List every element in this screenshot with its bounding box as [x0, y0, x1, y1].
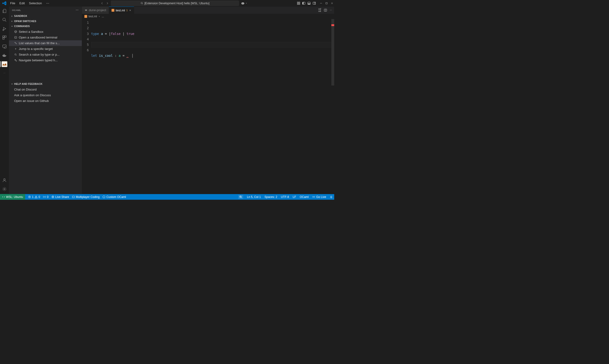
help-ask-discuss[interactable]: Ask a question on Discuss: [9, 92, 82, 98]
toggle-sidebar-icon[interactable]: [302, 1, 305, 5]
command-list-values-fill[interactable]: List values that can fill the s...: [9, 40, 82, 46]
command-open-sandboxed-terminal[interactable]: Open a sandboxed terminal: [9, 34, 82, 40]
svg-rect-17: [3, 36, 4, 38]
search-icon: [141, 2, 143, 4]
split-editor-icon[interactable]: [324, 9, 327, 12]
svg-point-26: [15, 59, 16, 60]
live-share-icon: [51, 195, 54, 198]
svg-rect-11: [308, 4, 310, 4]
toggle-secondary-sidebar-icon[interactable]: [313, 1, 316, 5]
search-box-label: [Extension Development Host] hello [WSL:…: [144, 1, 209, 5]
chevron-right-icon: [11, 15, 13, 17]
radio-icon: [43, 195, 46, 198]
svg-point-0: [141, 2, 142, 4]
nav-arrows: [101, 2, 109, 5]
accounts-icon[interactable]: [1, 177, 7, 183]
ocaml-file-icon: [84, 15, 87, 18]
status-problems[interactable]: 1 0: [28, 195, 40, 199]
help-chat-discord[interactable]: Chat on Discord: [9, 87, 82, 92]
status-encoding[interactable]: UTF-8: [281, 195, 289, 199]
editor-more-icon[interactable]: ⋯: [330, 9, 332, 11]
switch-ml-mli-icon[interactable]: ml/mli: [318, 8, 321, 12]
nav-back-icon[interactable]: [101, 2, 104, 5]
status-cursor-position[interactable]: Ln 5, Col 1: [247, 195, 261, 199]
code-content[interactable]: type a = |false | true let is_cool : a =…: [91, 19, 334, 194]
chevron-down-icon: [11, 83, 13, 85]
command-jump-to-target[interactable]: Jump to a specific target: [9, 46, 82, 52]
titlebar: File Edit Selection ⋯ [Extension Develop…: [0, 0, 334, 6]
status-multiplayer-coding[interactable]: Multiplayer Coding: [72, 195, 99, 199]
status-ports[interactable]: 0: [43, 195, 49, 199]
svg-point-23: [4, 188, 5, 190]
command-search-by-type[interactable]: Search a value by type or p...: [9, 52, 82, 57]
menu-more-icon[interactable]: ⋯: [44, 0, 51, 6]
menu-file[interactable]: File: [8, 0, 17, 6]
tools-icon: [14, 42, 17, 45]
remote-explorer-icon[interactable]: [1, 43, 7, 49]
status-remote-wsl[interactable]: WSL: Ubuntu: [0, 194, 25, 200]
svg-point-21: [5, 47, 6, 48]
status-zoom[interactable]: [238, 195, 243, 199]
sidebar: OCAML ⋯ SANDBOX OPAM SWITCHES COMMANDS S…: [9, 6, 82, 194]
command-select-sandbox[interactable]: Select a Sandbox: [9, 29, 82, 34]
svg-point-25: [15, 54, 16, 55]
overview-ruler[interactable]: [331, 19, 334, 194]
code-editor[interactable]: 1 2 3 4 5 6 type a = |false | true let i…: [82, 19, 334, 194]
search-icon[interactable]: [1, 17, 7, 23]
error-icon: [28, 195, 31, 198]
tab-close-icon[interactable]: [129, 9, 131, 11]
tab-dune-project[interactable]: dune-project: [82, 6, 109, 14]
svg-point-22: [4, 179, 5, 180]
section-help-feedback[interactable]: HELP AND FEEDBACK: [9, 81, 82, 87]
docker-icon[interactable]: [1, 52, 7, 58]
svg-rect-34: [72, 196, 74, 198]
more-views-icon[interactable]: ⋯: [1, 70, 7, 76]
error-marker[interactable]: [331, 24, 334, 26]
section-commands[interactable]: COMMANDS: [9, 24, 82, 29]
section-opam-switches[interactable]: OPAM SWITCHES: [9, 19, 82, 24]
svg-rect-28: [111, 9, 114, 12]
svg-rect-5: [299, 2, 300, 3]
toggle-panel-icon[interactable]: [307, 1, 311, 5]
tab-test-ml[interactable]: test.ml 1: [109, 6, 134, 14]
svg-rect-12: [313, 2, 316, 4]
warning-icon: [34, 195, 37, 198]
help-open-issue-github[interactable]: Open an issue on Github: [9, 98, 82, 104]
layout-customize-icon[interactable]: [297, 1, 300, 5]
nav-forward-icon[interactable]: [106, 2, 109, 5]
scrollbar-thumb[interactable]: [331, 19, 334, 86]
sidebar-title: OCAML: [12, 9, 21, 11]
window-maximize-icon[interactable]: [325, 2, 328, 4]
copilot-icon[interactable]: [241, 1, 247, 5]
text-cursor: [133, 54, 133, 58]
extensions-icon[interactable]: [1, 35, 7, 40]
section-sandbox[interactable]: SANDBOX: [9, 13, 82, 19]
breadcrumb[interactable]: test.ml ...: [82, 14, 334, 19]
bell-icon: [330, 195, 332, 198]
tab-problem-count: 1: [126, 9, 128, 12]
svg-rect-7: [299, 4, 300, 4]
window-close-icon[interactable]: [331, 2, 333, 4]
svg-rect-30: [84, 15, 87, 18]
remote-icon: [2, 195, 5, 198]
status-language-mode[interactable]: OCaml: [300, 195, 309, 199]
window-minimize-icon[interactable]: [320, 2, 322, 4]
menu-edit[interactable]: Edit: [18, 0, 27, 6]
status-go-live[interactable]: Go Live: [312, 195, 326, 199]
command-center-search[interactable]: [Extension Development Host] hello [WSL:…: [111, 0, 239, 6]
svg-rect-6: [297, 4, 298, 4]
status-eol[interactable]: LF: [293, 195, 296, 199]
status-indentation[interactable]: Spaces: 2: [264, 195, 277, 199]
run-debug-icon[interactable]: [1, 26, 7, 32]
editor-area: dune-project test.ml 1 ml/mli ⋯ test.ml …: [82, 6, 334, 194]
sidebar-more-icon[interactable]: ⋯: [76, 8, 79, 12]
menu-selection[interactable]: Selection: [27, 0, 44, 6]
settings-gear-icon[interactable]: [1, 186, 7, 192]
svg-rect-19: [3, 38, 4, 39]
status-custom-ocaml[interactable]: Custom OCaml: [103, 195, 126, 199]
status-notifications-icon[interactable]: [330, 195, 332, 198]
command-navigate-typed-holes[interactable]: Navigate between typed h...: [9, 57, 82, 63]
status-live-share[interactable]: Live Share: [51, 195, 69, 199]
explorer-icon[interactable]: [1, 8, 7, 14]
ocaml-extension-icon[interactable]: [1, 61, 7, 67]
